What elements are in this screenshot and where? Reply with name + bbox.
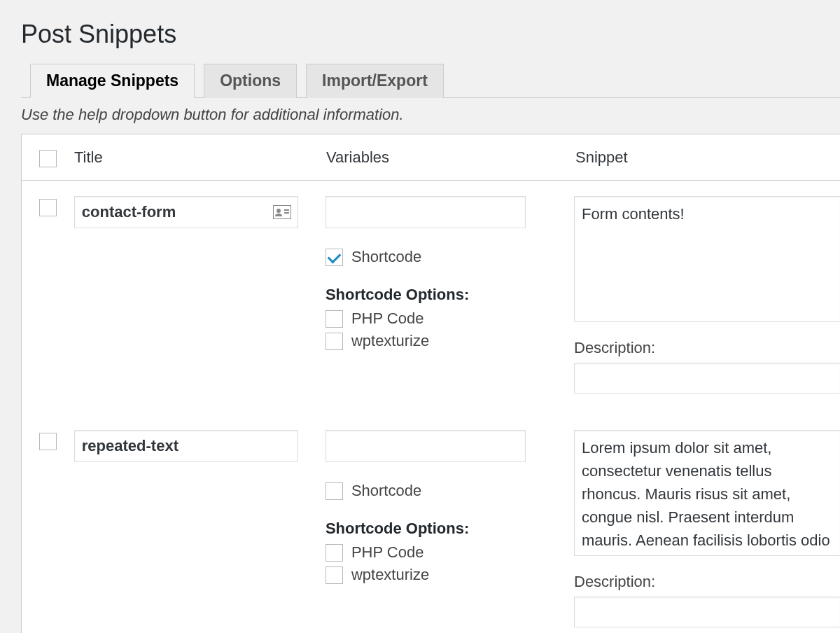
- svg-rect-2: [284, 209, 289, 211]
- wptexturize-label: wptexturize: [351, 566, 429, 584]
- svg-point-1: [276, 209, 281, 213]
- table-row: Shortcode Shortcode Options: PHP Code wp…: [22, 181, 840, 415]
- php-code-checkbox[interactable]: [326, 310, 343, 328]
- row-select-checkbox[interactable]: [39, 433, 57, 450]
- php-code-label: PHP Code: [351, 543, 424, 562]
- snippet-content-textarea[interactable]: [574, 430, 840, 556]
- column-header-variables: Variables: [326, 148, 575, 167]
- description-input[interactable]: [574, 363, 840, 394]
- shortcode-checkbox[interactable]: [326, 249, 343, 266]
- shortcode-options-label: Shortcode Options:: [326, 286, 560, 304]
- tab-manage-snippets[interactable]: Manage Snippets: [30, 64, 195, 98]
- snippet-title-input[interactable]: [74, 196, 298, 228]
- wptexturize-checkbox[interactable]: [326, 566, 343, 584]
- shortcode-label: Shortcode: [351, 248, 421, 266]
- shortcode-label: Shortcode: [351, 482, 421, 500]
- column-header-title: Title: [74, 148, 326, 167]
- shortcode-options-label: Shortcode Options:: [326, 520, 560, 538]
- wptexturize-checkbox[interactable]: [326, 333, 343, 350]
- description-label: Description:: [574, 339, 840, 357]
- tab-options[interactable]: Options: [204, 64, 297, 98]
- table-header: Title Variables Snippet: [22, 134, 840, 181]
- help-text: Use the help dropdown button for additio…: [21, 106, 840, 124]
- snippet-title-input[interactable]: [74, 430, 298, 462]
- nav-tabs: Manage Snippets Options Import/Export: [21, 63, 840, 98]
- svg-rect-3: [284, 212, 289, 214]
- table-row: Shortcode Shortcode Options: PHP Code wp…: [22, 415, 840, 633]
- snippets-table: Title Variables Snippet S: [21, 134, 840, 633]
- column-header-snippet: Snippet: [575, 148, 840, 167]
- variables-input[interactable]: [326, 430, 526, 462]
- row-select-checkbox[interactable]: [39, 199, 57, 216]
- page-title: Post Snippets: [21, 20, 840, 49]
- description-input[interactable]: [574, 597, 840, 627]
- php-code-label: PHP Code: [351, 309, 424, 328]
- description-label: Description:: [574, 573, 840, 591]
- select-all-checkbox[interactable]: [39, 150, 57, 167]
- id-card-icon: [273, 205, 291, 219]
- tab-import-export[interactable]: Import/Export: [306, 64, 444, 98]
- shortcode-checkbox[interactable]: [326, 482, 343, 500]
- snippet-content-textarea[interactable]: [574, 196, 840, 322]
- variables-input[interactable]: [326, 196, 526, 228]
- php-code-checkbox[interactable]: [326, 544, 343, 562]
- wptexturize-label: wptexturize: [351, 332, 429, 350]
